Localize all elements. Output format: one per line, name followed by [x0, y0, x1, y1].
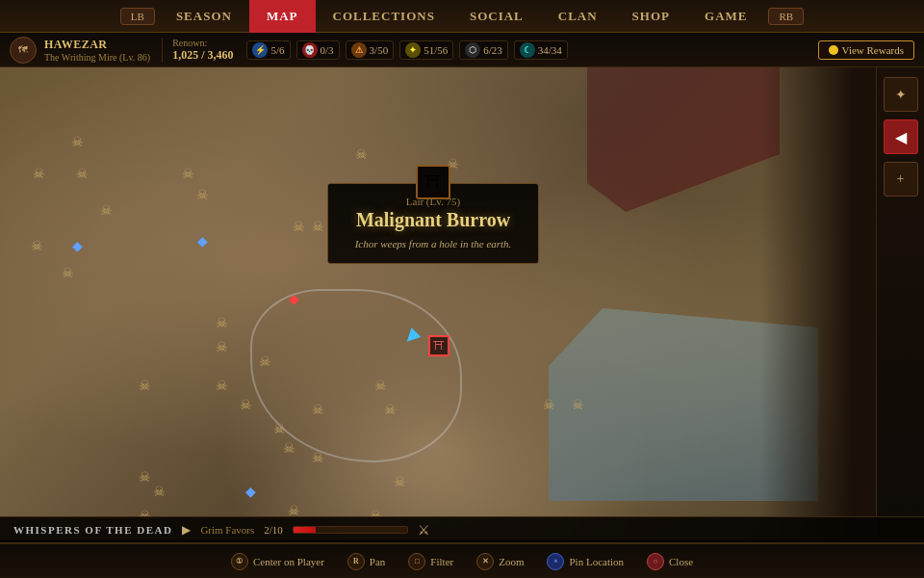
map-marker[interactable]: ☠ — [351, 144, 371, 164]
location-name: HAWEZAR — [44, 38, 150, 52]
center-on-player-control: ① Center on Player — [231, 553, 324, 570]
popup-title: Malignant Burrow — [344, 209, 523, 231]
map-marker[interactable]: ◆ — [241, 482, 260, 501]
right-sidebar: ✦ ◀ + — [876, 67, 924, 539]
rewards-dot — [829, 45, 838, 55]
dungeon-icon: 💀 — [302, 42, 318, 58]
nav-collections[interactable]: COLLECTIONS — [316, 0, 452, 33]
pin-location-label: Pin Location — [569, 556, 624, 567]
map-marker[interactable]: ☠ — [390, 472, 409, 491]
map-marker[interactable]: ☠ — [27, 236, 46, 255]
close-control: ○ Close — [647, 553, 693, 570]
waypoint-icon: ⚡ — [252, 42, 268, 58]
popup-icon: ⛩ — [416, 165, 450, 199]
map-marker[interactable]: ☠ — [135, 376, 154, 395]
filter-control: □ Filter — [408, 553, 453, 570]
map-marker[interactable]: ☠ — [308, 217, 327, 236]
map-marker[interactable]: ☠ — [96, 200, 116, 220]
stat-dungeons: 💀 0/3 — [296, 40, 340, 60]
zoom-label: Zoom — [499, 556, 524, 567]
map-marker[interactable]: ☠ — [371, 376, 390, 395]
location-sub: The Writhing Mire (Lv. 86) — [44, 52, 150, 63]
map-marker[interactable]: ☠ — [212, 376, 231, 395]
bottom-controls-bar: ① Center on Player R Pan □ Filter ✕ Zoom… — [0, 543, 924, 578]
close-label: Close — [669, 556, 693, 567]
stat-cellars: ⬡ 6/23 — [459, 40, 508, 60]
map-marker[interactable]: ☠ — [270, 419, 289, 438]
altar-count: 34/34 — [538, 44, 562, 56]
map-right-fade — [760, 67, 876, 539]
pan-control: R Pan — [347, 553, 386, 570]
altar-icon: ☾ — [520, 42, 535, 58]
stat-challenges: ✦ 51/56 — [399, 40, 453, 60]
whispers-arrow: ▶ — [182, 523, 191, 538]
nav-season[interactable]: SEASON — [159, 0, 249, 33]
map-sidebar-btn[interactable]: + — [884, 162, 918, 197]
waypoint-count: 5/6 — [270, 44, 284, 56]
pan-label: Pan — [370, 556, 386, 567]
whispers-title: WHISPERS OF THE DEAD — [13, 524, 172, 536]
map-marker[interactable]: ☠ — [212, 313, 231, 332]
challenge-count: 51/56 — [424, 44, 448, 56]
dungeon-count: 0/3 — [321, 44, 334, 56]
map-marker[interactable]: ☠ — [279, 438, 298, 458]
map-marker[interactable]: ☠ — [178, 164, 197, 183]
rb-button[interactable]: RB — [768, 8, 804, 25]
map-marker[interactable]: ◆ — [67, 236, 87, 255]
map-marker[interactable]: ☠ — [255, 352, 274, 371]
map-marker[interactable]: ☠ — [58, 263, 77, 282]
filter-label: Filter — [430, 556, 453, 567]
header-bar: 🗺 HAWEZAR The Writhing Mire (Lv. 86) Ren… — [0, 33, 924, 67]
renown-value: 1,025 / 3,460 — [172, 48, 233, 63]
map-marker[interactable]: ☠ — [289, 217, 308, 236]
nav-social[interactable]: SOCIAL — [452, 0, 541, 33]
map-marker[interactable]: ◆ — [192, 231, 212, 250]
selected-location-marker[interactable]: ⛩ — [428, 335, 449, 356]
location-info: HAWEZAR The Writhing Mire (Lv. 86) — [44, 38, 150, 63]
map-marker[interactable]: ☠ — [308, 448, 327, 467]
lb-button[interactable]: LB — [120, 8, 155, 25]
stat-altars: ☾ 34/34 — [514, 40, 568, 60]
cellar-icon: ⬡ — [465, 42, 480, 58]
nav-clan[interactable]: CLAN — [541, 0, 615, 33]
renown-label: Renown: — [172, 38, 233, 48]
close-btn[interactable]: ○ — [647, 553, 664, 570]
renown-box: Renown: 1,025 / 3,460 — [162, 38, 233, 63]
map-nav-arrow[interactable]: ◀ — [884, 119, 918, 154]
whispers-progress-fill — [294, 527, 317, 533]
pin-location-btn[interactable]: × — [547, 553, 564, 570]
view-rewards-button[interactable]: View Rewards — [818, 40, 914, 60]
whispers-count: 2/10 — [264, 524, 283, 536]
zoom-btn[interactable]: ✕ — [476, 553, 494, 570]
pan-btn[interactable]: R — [347, 553, 365, 570]
map-marker[interactable]: ☠ — [149, 482, 168, 501]
map-marker[interactable]: ☠ — [380, 400, 399, 419]
map-marker[interactable]: ☠ — [212, 337, 231, 356]
top-navigation: LB SEASON MAP COLLECTIONS SOCIAL CLAN SH… — [0, 0, 924, 33]
nav-shop[interactable]: SHOP — [615, 0, 687, 33]
center-player-label: Center on Player — [253, 556, 324, 567]
filter-btn[interactable]: □ — [408, 553, 425, 570]
map-marker[interactable]: ☠ — [192, 185, 212, 204]
nav-map[interactable]: MAP — [249, 0, 316, 33]
nav-game[interactable]: GAME — [687, 0, 764, 33]
whispers-bar: WHISPERS OF THE DEAD ▶ Grim Favors 2/10 … — [0, 516, 924, 543]
map-marker[interactable]: ☠ — [568, 395, 587, 414]
map-marker[interactable]: ☠ — [72, 164, 91, 183]
map-marker[interactable]: ☠ — [539, 395, 558, 414]
map-marker[interactable]: ☠ — [236, 395, 255, 414]
event-icon: ⚠ — [351, 42, 367, 58]
map-marker[interactable]: ☠ — [308, 400, 327, 419]
location-icon: 🗺 — [10, 37, 37, 64]
map-zoom-btn[interactable]: ✦ — [884, 77, 918, 112]
cellar-count: 6/23 — [483, 44, 502, 56]
map-area[interactable]: ☠ ☠ ☠ ☠ ◆ ☠ ◆ ☠ ☠ ☠ ◆ ☠ ☠ ☠ ☠ ☠ ☠ ☠ ☠ ☠ … — [0, 67, 876, 539]
whispers-progress-bar — [293, 526, 408, 534]
center-player-btn[interactable]: ① — [231, 553, 248, 570]
challenge-icon: ✦ — [405, 42, 421, 58]
map-marker[interactable]: ☠ — [67, 132, 87, 151]
stat-group: ⚡ 5/6 💀 0/3 ⚠ 3/50 ✦ 51/56 ⬡ 6/23 ☾ 34/3… — [246, 40, 567, 60]
popup-description: Ichor weeps from a hole in the earth. — [344, 237, 523, 251]
map-marker[interactable]: ☠ — [29, 164, 48, 183]
map-marker[interactable]: ◆ — [284, 289, 303, 308]
